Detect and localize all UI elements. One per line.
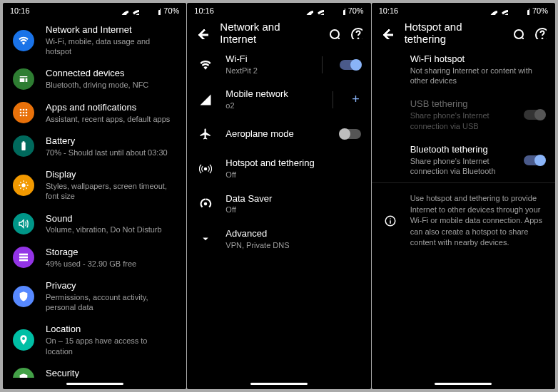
wifi-icon [197,58,214,71]
toggle-switch[interactable] [524,155,545,165]
status-icons: 70% [121,6,179,15]
settings-item[interactable]: Apps and notifications Assistant, recent… [3,96,186,130]
settings-item[interactable]: Battery 70% - Should last until about 03… [3,130,186,163]
item-subtitle: Assistant, recent apps, default apps [46,114,176,124]
network-item[interactable]: Advanced VPN, Private DNS [187,222,370,257]
item-subtitle: Off [225,205,360,215]
item-title: Connected devices [46,68,176,80]
network-item[interactable]: Wi-Fi NextPit 2 [187,47,370,82]
item-title: Storage [46,247,176,259]
item-title: Wi-Fi hotspot [410,53,545,66]
nav-bar[interactable] [187,378,370,389]
settings-item[interactable]: Network and Internet Wi-Fi, mobile, data… [3,19,186,62]
network-item[interactable]: Hotspot and tethering Off [187,151,370,186]
back-icon[interactable] [380,26,393,39]
battery-icon [153,7,161,15]
display-icon [13,175,34,196]
hotspot-item: USB tethering Share phone's Internet con… [372,92,555,137]
item-subtitle: Not sharing Internet or content with oth… [410,66,545,86]
location-icon [13,329,34,351]
item-title: USB tethering [410,98,512,110]
hotspot-item[interactable]: Wi-Fi hotspot Not sharing Internet or co… [372,47,555,92]
item-subtitle: Wi-Fi, mobile, data usage and hotspot [46,36,176,57]
settings-item[interactable]: Storage 49% used - 32.90 GB free [3,241,186,274]
item-subtitle: o2 [225,100,315,110]
item-title: Privacy [46,280,176,292]
search-icon[interactable] [327,26,340,39]
screen-title: Hotspot and tethering [405,21,499,45]
divider [322,56,323,73]
signal-icon [511,7,519,15]
storage-icon [13,247,34,268]
signal-icon [142,7,150,15]
network-item[interactable]: Aeroplane mode [187,117,370,151]
back-icon[interactable] [196,26,208,39]
app-bar: Hotspot and tethering [372,19,555,47]
item-title: Mobile network [225,88,315,100]
item-subtitle: Styles, wallpapers, screen timeout, font… [46,181,176,202]
info-row: Use hotspot and tethering to provide Int… [372,183,555,258]
item-title: Display [46,169,176,181]
settings-list: Network and Internet Wi-Fi, mobile, data… [3,19,186,378]
help-icon[interactable] [350,26,362,39]
hotspot-tethering-screen: 10:16 70% Hotspot and tethering Wi-Fi ho… [372,3,555,389]
battery-icon [338,7,345,15]
toggle-switch[interactable] [340,129,361,139]
signal-icon [197,93,214,106]
status-bar: 10:16 70% [187,3,370,19]
settings-item[interactable]: Privacy Permissions, account activity, p… [3,274,186,318]
item-subtitle: VPN, Private DNS [225,240,360,250]
status-time: 10:16 [10,6,30,15]
status-bar: 10:16 70% [372,3,555,19]
nav-bar[interactable] [372,378,555,389]
network-item[interactable]: Data Saver Off [187,187,370,222]
wifi-icon [500,7,508,15]
settings-item[interactable]: Location On – 15 apps have access to loc… [3,318,186,361]
network-internet-screen: 10:16 70% Network and Internet Wi-Fi Nex… [187,3,370,389]
search-icon[interactable] [511,26,524,39]
eye-icon [121,7,128,15]
item-title: Bluetooth tethering [410,144,512,156]
toggle-switch[interactable] [340,60,361,70]
item-subtitle: Off [225,170,360,180]
network-list: Wi-Fi NextPit 2 Mobile network o2 + Aero… [187,47,370,378]
item-subtitle: Permissions, account activity, personal … [46,292,176,313]
info-icon [382,194,399,248]
sound-icon [13,213,34,234]
item-title: Network and Internet [46,24,176,36]
item-subtitle: Share phone's Internet connection via US… [410,110,512,131]
item-subtitle: 49% used - 32.90 GB free [46,259,176,269]
app-bar: Network and Internet [187,19,370,47]
signal-icon [327,7,335,15]
eye-icon [305,7,313,15]
status-battery: 70% [348,6,364,15]
item-title: Location [46,324,176,336]
item-subtitle: On – 15 apps have access to location [46,336,176,356]
battery-icon [13,135,34,157]
status-battery: 70% [163,6,179,15]
network-item[interactable]: Mobile network o2 + [187,82,370,117]
settings-item[interactable]: Connected devices Bluetooth, driving mod… [3,62,186,96]
battery-icon [522,7,529,15]
item-subtitle: Bluetooth, driving mode, NFC [46,80,176,90]
wifi-icon [316,7,324,15]
item-title: Data Saver [225,193,360,205]
item-subtitle: Volume, vibration, Do Not Disturb [46,225,176,234]
status-icons: 70% [489,6,548,15]
status-battery: 70% [532,6,548,15]
eye-icon [489,7,497,15]
status-bar: 10:16 70% [3,3,186,19]
item-title: Sound [46,213,176,225]
item-subtitle: 70% - Should last until about 03:30 [46,148,176,158]
settings-item[interactable]: Security Play Protect, screen lock, face… [3,362,186,378]
hotspot-item[interactable]: Bluetooth tethering Share phone's Intern… [372,138,555,182]
settings-item[interactable]: Sound Volume, vibration, Do Not Disturb [3,207,186,241]
add-icon[interactable]: + [350,92,361,107]
settings-item[interactable]: Display Styles, wallpapers, screen timeo… [3,163,186,207]
item-title: Hotspot and tethering [225,158,360,170]
toggle-switch [524,110,545,120]
nav-bar[interactable] [3,378,186,389]
privacy-icon [13,286,34,307]
help-icon[interactable] [534,26,547,39]
expand-icon [197,232,214,245]
